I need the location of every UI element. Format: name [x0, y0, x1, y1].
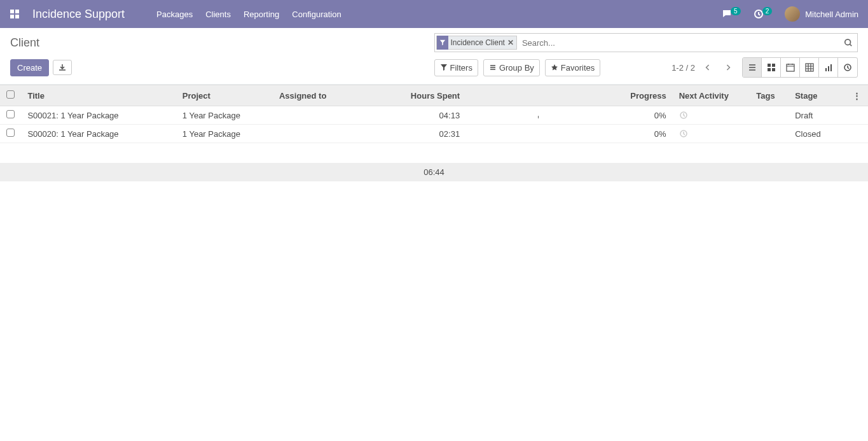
svg-rect-13 [828, 66, 829, 71]
cell-hours: 04:13 [369, 106, 466, 125]
apps-icon[interactable] [10, 9, 20, 19]
view-activity[interactable] [838, 58, 857, 77]
svg-rect-0 [10, 10, 14, 13]
svg-point-5 [845, 39, 851, 45]
svg-rect-9 [772, 68, 775, 71]
header-next-activity[interactable]: Next Activity [673, 85, 750, 106]
favorites-dropdown[interactable]: Favorites [545, 59, 600, 76]
header-hours-spent[interactable]: Hours Spent [369, 85, 466, 106]
header-title[interactable]: Title [21, 85, 176, 106]
view-kanban[interactable] [762, 58, 781, 77]
activities-button[interactable]: 2 [754, 9, 774, 19]
calendar-icon [786, 63, 795, 72]
breadcrumb: Client [10, 36, 434, 50]
footer-hours-total: 06:44 [0, 164, 868, 181]
header-assigned-to[interactable]: Assigned to [273, 85, 369, 106]
pager-next[interactable] [720, 60, 736, 75]
import-button[interactable] [53, 60, 72, 75]
cell-tags [750, 106, 789, 125]
svg-rect-12 [825, 68, 827, 71]
nav-item-packages[interactable]: Packages [150, 4, 199, 24]
list-icon [748, 63, 757, 72]
pager-prev[interactable] [700, 60, 715, 75]
clock-icon [679, 111, 744, 120]
header-options[interactable]: ⋮ [846, 85, 868, 106]
messages-button[interactable]: 5 [722, 9, 742, 19]
cell-project: 1 Year Package [176, 125, 273, 143]
search-input[interactable] [518, 34, 839, 52]
view-calendar[interactable] [781, 58, 800, 77]
cell-assigned-to [273, 106, 369, 125]
avatar [785, 6, 800, 22]
create-button[interactable]: Create [10, 59, 49, 76]
nav-item-configuration[interactable]: Configuration [286, 4, 347, 24]
activities-count: 2 [762, 7, 773, 15]
cell-title: S00020: 1 Year Package [21, 125, 176, 143]
view-switcher [742, 57, 858, 78]
cell-progress: 0% [608, 106, 672, 125]
svg-rect-3 [15, 15, 19, 18]
svg-rect-6 [768, 64, 771, 67]
nav-items: Packages Clients Reporting Configuration [150, 4, 348, 24]
nav-item-reporting[interactable]: Reporting [237, 4, 286, 24]
view-list[interactable] [743, 58, 762, 77]
pivot-icon [805, 63, 814, 72]
navbar: Incidence Support Packages Clients Repor… [0, 0, 868, 28]
funnel-icon [437, 36, 448, 50]
bar-chart-icon [824, 63, 833, 72]
nav-right: 5 2 Mitchell Admin [722, 6, 858, 22]
star-icon [551, 64, 558, 71]
control-panel: Client Incidence Client ✕ Create [0, 28, 868, 85]
user-menu[interactable]: Mitchell Admin [785, 6, 858, 22]
cell-hours: 02:31 [369, 125, 466, 143]
search-bar[interactable]: Incidence Client ✕ [434, 33, 858, 52]
list-icon [489, 64, 497, 71]
cell-next-activity[interactable] [673, 106, 750, 125]
table-wrap: Title Project Assigned to Hours Spent Pr… [0, 85, 868, 181]
header-progress[interactable]: Progress [608, 85, 672, 106]
search-chip: Incidence Client ✕ [436, 36, 517, 50]
cell-tags [750, 125, 789, 143]
row-checkbox[interactable] [0, 125, 21, 143]
close-icon[interactable]: ✕ [507, 38, 514, 47]
svg-rect-2 [10, 15, 14, 18]
svg-rect-11 [806, 64, 813, 71]
clock-icon [679, 129, 744, 138]
pager-range[interactable]: 1-2 / 2 [672, 63, 695, 73]
clock-icon [843, 63, 852, 72]
cell-next-activity[interactable] [673, 125, 750, 143]
search-icon[interactable] [839, 38, 857, 47]
header-tags[interactable]: Tags [750, 85, 789, 106]
filters-dropdown[interactable]: Filters [434, 59, 478, 76]
svg-rect-7 [772, 64, 775, 67]
cell-project: 1 Year Package [176, 106, 273, 125]
cell-progress-bar [466, 106, 608, 125]
cell-stage: Draft [789, 106, 846, 125]
header-project[interactable]: Project [176, 85, 273, 106]
chevron-right-icon [726, 64, 731, 71]
nav-item-clients[interactable]: Clients [199, 4, 237, 24]
chevron-left-icon [705, 64, 710, 71]
row-checkbox[interactable] [0, 106, 21, 125]
cell-assigned-to [273, 125, 369, 143]
cell-progress: 0% [608, 125, 672, 143]
header-progress-bar [466, 85, 608, 106]
messages-count: 5 [731, 7, 741, 15]
funnel-icon [440, 64, 448, 71]
table-row[interactable]: S00020: 1 Year Package 1 Year Package 02… [0, 125, 868, 143]
groupby-label: Group By [499, 63, 534, 73]
data-table: Title Project Assigned to Hours Spent Pr… [0, 85, 868, 181]
table-row[interactable]: S00021: 1 Year Package 1 Year Package 04… [0, 106, 868, 125]
view-pivot[interactable] [800, 58, 819, 77]
pager: 1-2 / 2 [672, 60, 736, 75]
search-chip-label: Incidence Client [451, 38, 505, 47]
header-select-all[interactable] [0, 85, 21, 106]
svg-rect-14 [830, 64, 832, 71]
svg-rect-1 [15, 10, 19, 13]
app-brand[interactable]: Incidence Support [32, 8, 125, 21]
view-graph[interactable] [819, 58, 838, 77]
groupby-dropdown[interactable]: Group By [483, 59, 540, 76]
header-stage[interactable]: Stage [789, 85, 846, 106]
footer-row: 06:44 [0, 164, 868, 181]
kanban-icon [767, 63, 776, 72]
